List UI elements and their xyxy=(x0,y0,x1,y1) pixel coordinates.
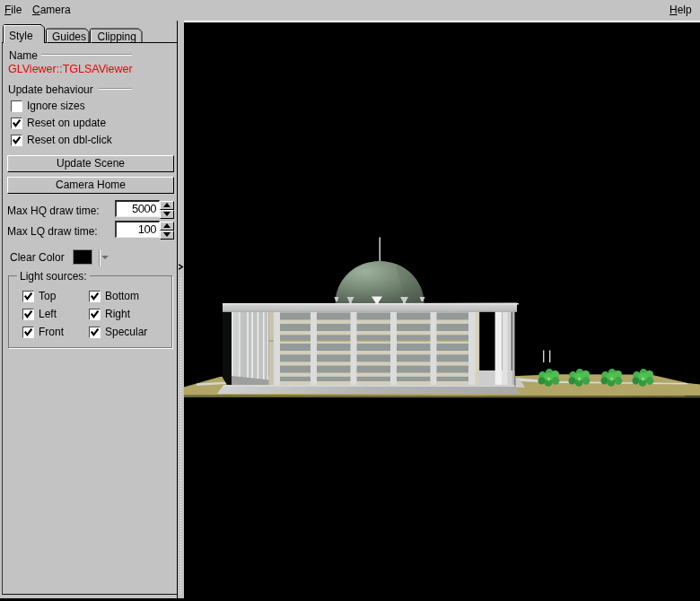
svg-text:Guides: Guides xyxy=(52,30,86,43)
svg-text:Style: Style xyxy=(9,30,33,42)
svg-text:Clipping: Clipping xyxy=(98,30,136,43)
